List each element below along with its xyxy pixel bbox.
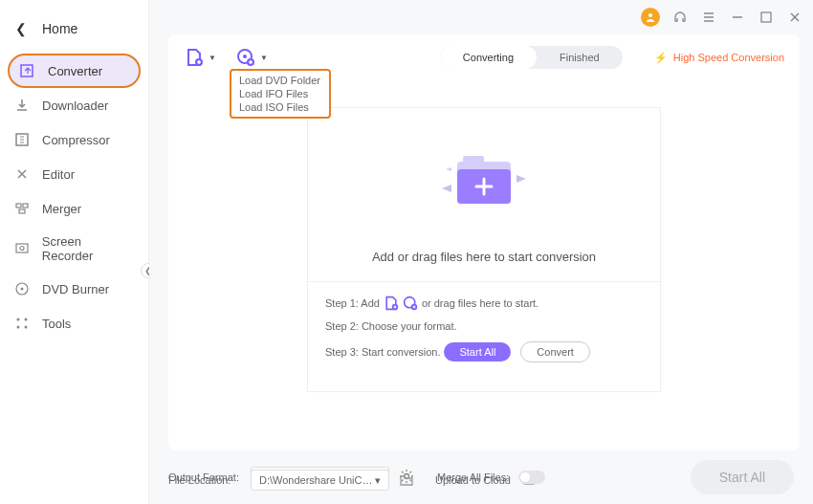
sidebar-header: ❮ Home — [0, 11, 148, 54]
svg-rect-14 — [761, 12, 771, 22]
step-3: Step 3: Start conversion. Start All Conv… — [325, 341, 643, 362]
sidebar-title: Home — [42, 21, 77, 36]
svg-point-6 — [20, 247, 24, 251]
main-area: ▼ ▼ Load DVD Folder Load IFO Files Load … — [149, 0, 813, 504]
editor-icon — [13, 165, 31, 183]
compressor-icon — [13, 131, 31, 148]
svg-rect-5 — [16, 244, 28, 252]
avatar-icon[interactable] — [641, 8, 660, 27]
high-speed-conversion-link[interactable]: ⚡ High Speed Conversion — [654, 52, 784, 64]
add-file-mini-icon — [384, 296, 399, 311]
sidebar-item-dvd-burner[interactable]: DVD Burner — [0, 272, 148, 306]
folder-icon[interactable] — [399, 472, 414, 488]
add-file-chevron-icon[interactable]: ▼ — [209, 54, 216, 62]
bolt-icon: ⚡ — [654, 52, 668, 64]
sidebar-item-converter[interactable]: Converter — [8, 54, 141, 88]
dvd-burner-icon — [13, 280, 31, 297]
svg-rect-4 — [19, 209, 25, 213]
svg-point-13 — [648, 13, 652, 17]
sidebar-item-editor[interactable]: Editor — [0, 157, 148, 191]
merge-all-toggle[interactable] — [518, 471, 545, 484]
converter-icon — [19, 62, 36, 79]
sidebar: ❮ Home Converter Downloader Compressor E… — [0, 0, 149, 504]
sidebar-item-label: Converter — [48, 64, 102, 78]
svg-point-9 — [17, 318, 20, 321]
svg-rect-20 — [463, 156, 484, 165]
step-2: Step 2: Choose your format. — [325, 320, 643, 332]
add-disc-icon[interactable] — [235, 47, 256, 68]
svg-point-12 — [25, 326, 28, 329]
sidebar-item-label: DVD Burner — [42, 282, 109, 296]
sidebar-item-downloader[interactable]: Downloader — [0, 88, 148, 122]
drop-illustration — [308, 131, 660, 236]
menu-icon[interactable] — [700, 9, 717, 26]
dropdown-item-load-ifo[interactable]: Load IFO Files — [231, 87, 329, 100]
screen-recorder-icon — [13, 240, 31, 257]
svg-rect-2 — [16, 204, 21, 208]
start-all-button[interactable]: Start All — [444, 342, 511, 362]
sidebar-item-label: Compressor — [42, 133, 110, 147]
sidebar-item-screen-recorder[interactable]: Screen Recorder — [0, 226, 148, 272]
file-location-select[interactable]: D:\Wondershare UniConverter 1 ▾ — [251, 470, 389, 491]
svg-rect-0 — [21, 65, 33, 77]
disc-dropdown-menu: Load DVD Folder Load IFO Files Load ISO … — [230, 69, 331, 119]
convert-button[interactable]: Convert — [520, 341, 590, 362]
drop-text: Add or drag files here to start conversi… — [308, 250, 660, 264]
close-icon[interactable] — [786, 9, 803, 26]
tab-converting[interactable]: Converting — [440, 46, 537, 69]
dropdown-item-load-iso[interactable]: Load ISO Files — [231, 100, 329, 114]
svg-point-10 — [25, 318, 28, 321]
dropdown-item-load-dvd-folder[interactable]: Load DVD Folder — [231, 74, 329, 87]
file-location-label: File Location: — [168, 474, 241, 486]
tools-icon — [13, 315, 31, 332]
content-panel: ▼ ▼ Load DVD Folder Load IFO Files Load … — [168, 34, 800, 450]
sidebar-item-label: Merger — [42, 202, 81, 216]
merger-icon — [13, 200, 31, 217]
titlebar — [149, 0, 813, 31]
tab-finished[interactable]: Finished — [537, 46, 623, 69]
svg-point-17 — [243, 55, 247, 58]
svg-point-8 — [21, 288, 24, 291]
sidebar-item-label: Editor — [42, 167, 75, 182]
svg-point-11 — [17, 326, 20, 329]
svg-marker-24 — [446, 167, 451, 171]
add-file-icon[interactable] — [184, 47, 205, 68]
svg-marker-23 — [516, 175, 526, 183]
downloader-icon — [13, 97, 31, 114]
headset-icon[interactable] — [671, 9, 689, 26]
step-1: Step 1: Add or drag files here to start. — [325, 296, 643, 311]
upload-cloud-label: Upload to Cloud — [435, 474, 511, 486]
bottom-bar: Output Format: MKV ▾ Merge All Files: St… — [149, 450, 813, 504]
tabs: Converting Finished — [440, 46, 623, 69]
add-disc-mini-icon — [403, 296, 418, 311]
svg-marker-22 — [442, 185, 451, 192]
sidebar-item-label: Downloader — [42, 99, 108, 113]
sidebar-item-tools[interactable]: Tools — [0, 306, 148, 340]
svg-rect-3 — [23, 204, 28, 208]
maximize-icon[interactable] — [758, 9, 775, 26]
sidebar-item-merger[interactable]: Merger — [0, 191, 148, 226]
high-speed-label: High Speed Conversion — [673, 52, 784, 63]
back-chevron-icon[interactable]: ❮ — [15, 21, 27, 36]
drop-zone[interactable]: Add or drag files here to start conversi… — [307, 107, 661, 392]
steps: Step 1: Add or drag files here to start.… — [308, 281, 660, 391]
chevron-down-icon: ▾ — [375, 474, 381, 487]
sidebar-item-compressor[interactable]: Compressor — [0, 122, 148, 157]
sidebar-item-label: Screen Recorder — [42, 234, 135, 263]
toolbar: ▼ ▼ Load DVD Folder Load IFO Files Load … — [184, 46, 784, 69]
sidebar-item-label: Tools — [42, 317, 71, 331]
minimize-icon[interactable] — [729, 9, 746, 26]
add-disc-chevron-icon[interactable]: ▼ — [260, 54, 268, 62]
